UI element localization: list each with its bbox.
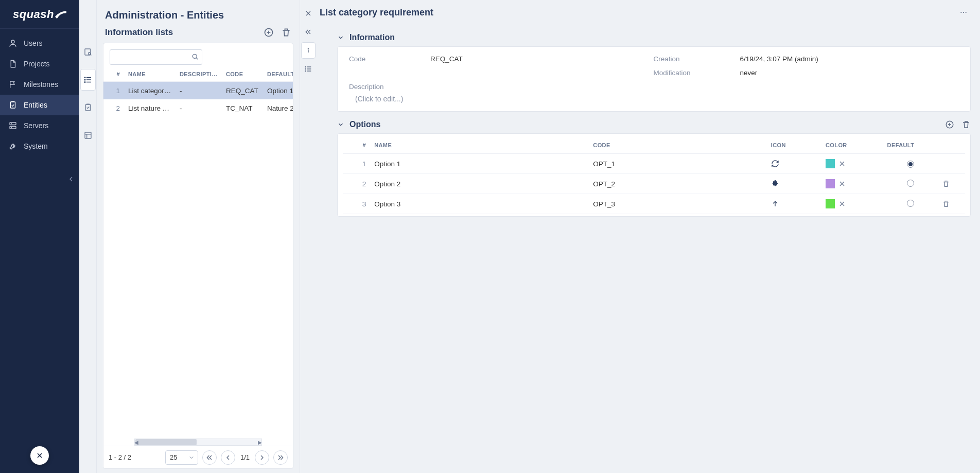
sidebar-collapse-button[interactable]	[67, 175, 75, 183]
server-icon	[8, 121, 18, 130]
col-icon[interactable]: ICON	[767, 137, 821, 154]
delete-option-button[interactable]	[961, 120, 971, 129]
svg-point-14	[192, 54, 197, 58]
sidebar-item-users[interactable]: Users	[0, 33, 79, 54]
col-description[interactable]: DESCRIPTION	[176, 71, 222, 77]
cell-icon[interactable]	[771, 180, 817, 188]
form-search-icon	[83, 47, 93, 57]
pager-indicator: 1/1	[239, 453, 251, 461]
sidebar-item-label: Servers	[24, 121, 48, 130]
svg-point-0	[11, 40, 14, 43]
pager-last-button[interactable]	[273, 450, 288, 465]
cell-name[interactable]: Option 1	[370, 154, 589, 174]
option-row[interactable]: 3Option 3OPT_3	[343, 194, 965, 214]
option-row[interactable]: 1Option 1OPT_1	[343, 154, 965, 174]
pager-size-select[interactable]: 25	[165, 450, 198, 465]
delete-list-button[interactable]	[281, 27, 291, 38]
hscroll-right-icon[interactable]: ▶	[257, 439, 263, 446]
clear-color-button[interactable]	[838, 160, 846, 168]
col-color[interactable]: COLOR	[821, 137, 883, 154]
pager-next-button[interactable]	[255, 450, 269, 465]
add-option-button[interactable]	[945, 120, 954, 129]
cell-code[interactable]: OPT_1	[589, 154, 766, 174]
hscroll-left-icon[interactable]: ◀	[133, 439, 139, 446]
col-num[interactable]: #	[343, 137, 370, 154]
svg-point-4	[11, 124, 12, 124]
info-section-title: Information	[349, 33, 395, 42]
trash-icon	[961, 120, 971, 129]
pager-prev-button[interactable]	[221, 450, 235, 465]
info-code-label: Code	[349, 55, 426, 63]
info-code-value[interactable]: REQ_CAT	[430, 55, 650, 63]
clear-color-button[interactable]	[838, 200, 846, 208]
chevrons-left-icon	[304, 28, 312, 36]
cell-num: 2	[103, 104, 124, 112]
rail-item-custom-fields[interactable]	[80, 41, 96, 63]
detail-more-button[interactable]	[959, 8, 971, 16]
cell-name[interactable]: Option 3	[370, 194, 589, 214]
cell-color[interactable]	[826, 179, 879, 188]
info-panel: Code REQ_CAT Creation 6/19/24, 3:07 PM (…	[337, 46, 971, 112]
color-swatch	[826, 199, 835, 208]
add-list-button[interactable]	[264, 27, 274, 38]
cell-code[interactable]: OPT_2	[589, 174, 766, 194]
rail-item-templates[interactable]	[80, 125, 96, 146]
sidebar-item-entities[interactable]: Entities	[0, 95, 79, 115]
rail-item-requirements-link[interactable]	[80, 97, 96, 118]
detail-close-button[interactable]	[301, 5, 316, 22]
chevron-left-icon	[224, 453, 232, 462]
info-creation-value: 6/19/24, 3:07 PM (admin)	[740, 55, 959, 63]
list-pager: 1 - 2 / 2 25 1/1	[103, 446, 293, 468]
chevrons-right-icon	[276, 453, 285, 462]
col-default[interactable]: DEFAULT	[263, 71, 293, 77]
info-section-toggle[interactable]: Information	[337, 33, 395, 42]
col-code[interactable]: CODE	[222, 71, 263, 77]
default-radio[interactable]	[907, 161, 914, 168]
col-num[interactable]: #	[103, 71, 124, 77]
delete-row-button[interactable]	[942, 200, 961, 208]
detail-rail	[300, 0, 317, 473]
close-icon	[304, 9, 312, 17]
list-row[interactable]: 1List category r...-REQ_CATOption 1	[103, 82, 293, 99]
cell-icon[interactable]	[771, 160, 817, 168]
option-row[interactable]: 2Option 2OPT_2	[343, 174, 965, 194]
cell-color[interactable]	[826, 159, 879, 168]
sidebar-item-milestones[interactable]: Milestones	[0, 74, 79, 95]
flag-icon	[8, 80, 18, 89]
document-icon	[8, 59, 18, 68]
pager-first-button[interactable]	[202, 450, 217, 465]
list-row[interactable]: 2List nature Tes...-TC_NATNature 2	[103, 99, 293, 117]
cell-code[interactable]: OPT_3	[589, 194, 766, 214]
entities-subnav-rail	[79, 0, 97, 473]
color-swatch	[826, 159, 835, 168]
cell-name[interactable]: Option 2	[370, 174, 589, 194]
default-radio[interactable]	[907, 200, 914, 207]
detail-tab-info[interactable]	[301, 42, 316, 59]
wrench-icon	[8, 142, 18, 151]
info-description-editor[interactable]: (Click to edit...)	[349, 95, 959, 103]
clear-color-button[interactable]	[838, 180, 846, 188]
rail-item-information-lists[interactable]	[80, 69, 96, 91]
sidebar-item-system[interactable]: System	[0, 136, 79, 156]
list-body: 1List category r...-REQ_CATOption 12List…	[103, 82, 293, 437]
cell-code: REQ_CAT	[222, 87, 263, 95]
cell-icon[interactable]	[771, 200, 817, 208]
delete-row-button[interactable]	[942, 180, 961, 188]
detail-tab-options[interactable]	[301, 61, 316, 77]
cell-color[interactable]	[826, 199, 879, 208]
col-name[interactable]: NAME	[370, 137, 589, 154]
col-default[interactable]: DEFAULT	[883, 137, 938, 154]
search-input[interactable]	[110, 49, 202, 65]
close-admin-button[interactable]	[30, 446, 49, 465]
sidebar-item-projects[interactable]: Projects	[0, 54, 79, 74]
options-header-row: # NAME CODE ICON COLOR DEFAULT	[343, 137, 965, 154]
list-horizontal-scrollbar[interactable]: ◀ ▶	[134, 439, 262, 446]
options-section-toggle[interactable]: Options	[337, 120, 380, 129]
col-code[interactable]: CODE	[589, 137, 766, 154]
sidebar-item-servers[interactable]: Servers	[0, 115, 79, 136]
col-name[interactable]: NAME	[124, 71, 176, 77]
default-radio[interactable]	[907, 180, 914, 187]
cell-default: Nature 2	[263, 104, 293, 112]
detail-collapse-button[interactable]	[301, 24, 316, 40]
info-creation-label: Creation	[654, 55, 736, 63]
